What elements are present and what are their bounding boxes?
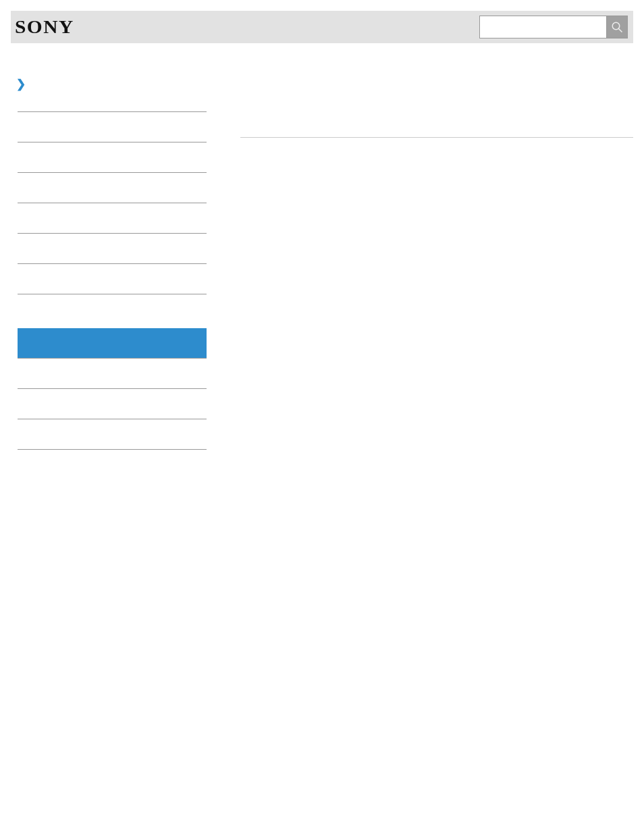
svg-line-1 (618, 28, 622, 32)
search-box (479, 16, 628, 38)
sidebar-item[interactable] (18, 203, 207, 234)
chevron-right-icon: ❯ (16, 77, 26, 91)
breadcrumb: ❯ (16, 77, 633, 91)
sidebar-item-active[interactable] (18, 328, 207, 359)
sidebar-item[interactable] (18, 264, 207, 294)
svg-point-0 (612, 22, 620, 30)
sidebar-gap (18, 294, 207, 328)
brand-logo: SONY (15, 16, 74, 38)
sidebar-item[interactable] (18, 142, 207, 173)
sidebar-item[interactable] (18, 112, 207, 142)
search-icon (611, 21, 623, 33)
sidebar-nav (18, 111, 207, 450)
sidebar-item[interactable] (18, 173, 207, 203)
search-button[interactable] (607, 16, 627, 38)
content-divider (240, 137, 633, 138)
sidebar-item[interactable] (18, 389, 207, 419)
main-content (240, 111, 633, 450)
search-input[interactable] (480, 16, 607, 38)
sidebar-item[interactable] (18, 359, 207, 389)
header-bar: SONY (11, 11, 633, 43)
sidebar-item[interactable] (18, 419, 207, 450)
sidebar-item[interactable] (18, 234, 207, 264)
